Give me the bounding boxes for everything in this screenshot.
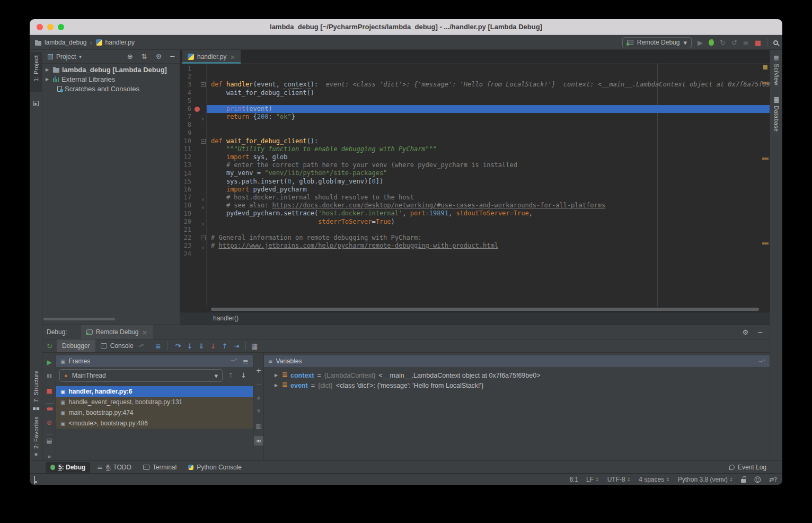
toolwindow-switcher-icon[interactable]	[34, 476, 35, 484]
tree-item-1[interactable]: ▶External Libraries	[42, 74, 180, 84]
layout-settings-icon[interactable]: ≡	[155, 342, 161, 350]
code-line-11[interactable]: """Utility function to enable debugging …	[207, 145, 770, 153]
locate-file-icon[interactable]: ⊕	[127, 53, 133, 60]
code-line-10[interactable]: def wait_for_debug_client():	[207, 137, 770, 145]
tool-stripe-database[interactable]: Database	[773, 97, 780, 132]
pause-program-icon[interactable]: ▮▮	[42, 373, 56, 378]
debug-button[interactable]	[709, 39, 714, 46]
tool-stripe-structure[interactable]: 7: Structure▪▪	[32, 370, 40, 411]
dropped-toolwindow-icon[interactable]	[33, 101, 39, 106]
fold-end-icon[interactable]: ∧	[201, 204, 205, 212]
code-line-9[interactable]	[207, 129, 770, 137]
variables-pin-icon[interactable]: →*	[758, 359, 765, 364]
toolwindow-button-todo[interactable]: ≡6: TODO	[92, 462, 136, 473]
attach-profiler-button[interactable]: ↻	[720, 39, 726, 47]
code-line-17[interactable]: # host.docker.internal should resolve to…	[207, 194, 770, 202]
debug-settings-icon[interactable]: ⚙	[743, 328, 749, 336]
code-line-3[interactable]: def handler(event, context): event: <cla…	[207, 81, 770, 89]
breadcrumb-file[interactable]: handler.py	[105, 39, 135, 46]
fold-end-icon[interactable]: ∧	[201, 220, 205, 228]
run-to-cursor-icon[interactable]: ⇥	[231, 342, 242, 350]
lock-icon[interactable]	[741, 479, 746, 483]
fold-end-icon[interactable]: ∧	[201, 115, 205, 123]
collapse-all-icon[interactable]: ⇅	[142, 53, 147, 60]
code-line-16[interactable]: import pydevd_pycharm	[207, 186, 770, 194]
move-down-icon[interactable]: ▼	[253, 408, 264, 414]
toolwindow-button-pythonconsole[interactable]: Python Console	[183, 462, 246, 473]
debug-session-tab[interactable]: Remote Debug ×	[81, 325, 153, 339]
show-watches-icon[interactable]: ∞	[254, 436, 263, 446]
status-widget-lf[interactable]: LF↕	[586, 476, 599, 483]
next-frame-icon[interactable]: ↓	[241, 371, 246, 379]
step-into-icon[interactable]: ↓	[184, 342, 196, 350]
concurrency-button[interactable]: ≣	[743, 39, 749, 47]
sync-status-icon[interactable]: ⇄?	[769, 476, 777, 483]
breadcrumb-project[interactable]: lambda_debug	[45, 39, 86, 46]
code-line-23[interactable]: # https://www.jetbrains.com/help/pycharm…	[207, 242, 770, 250]
code-line-22[interactable]: # General information on remote debuggin…	[207, 234, 770, 242]
code-line-20[interactable]: stderrToServer=True)	[207, 218, 770, 226]
inspections-indicator[interactable]	[763, 65, 767, 69]
tab-debugger[interactable]: Debugger	[57, 339, 95, 352]
code-line-4[interactable]: wait_for_debug_client()	[207, 89, 770, 97]
expand-arrow-icon[interactable]: ▶	[275, 373, 279, 378]
move-up-icon[interactable]: ▲	[253, 395, 264, 400]
warning-stripe-mark[interactable]	[762, 82, 769, 84]
highlighting-level-icon[interactable]: ☺	[754, 476, 761, 484]
status-widget-61[interactable]: 6:1	[569, 476, 578, 483]
hide-panel-icon[interactable]: ─	[170, 53, 174, 60]
run-configuration-select[interactable]: Remote Debug ▾	[622, 37, 692, 48]
stop-debug-icon[interactable]: ■	[42, 387, 56, 395]
evaluate-expression-icon[interactable]: ▦	[251, 342, 258, 350]
fold-end-icon[interactable]: ∧	[201, 196, 205, 204]
step-over-icon[interactable]: ↷	[172, 342, 184, 350]
code-line-6[interactable]: print(event)	[207, 105, 770, 113]
toolwindow-button-debug[interactable]: 5: Debug	[46, 462, 90, 473]
tab-console[interactable]: › Console →*	[95, 339, 149, 352]
code-line-1[interactable]	[207, 65, 770, 73]
event-log-button[interactable]: Event Log	[729, 464, 766, 471]
code-line-15[interactable]: sys.path.insert(0, glob.glob(my_venv)[0]…	[207, 178, 770, 186]
stop-button[interactable]: ■	[755, 39, 761, 47]
tree-item-2[interactable]: Scratches and Consoles	[42, 84, 180, 93]
fold-collapse-icon[interactable]: −	[201, 82, 206, 87]
tool-stripe-project[interactable]: 1: Project	[30, 52, 42, 92]
panel-settings-icon[interactable]: ⚙	[156, 53, 162, 60]
breakpoint-dot[interactable]	[195, 107, 200, 112]
code-line-5[interactable]	[207, 97, 770, 105]
fold-collapse-icon[interactable]: −	[201, 236, 206, 240]
mute-breakpoints-icon[interactable]: ⊘	[42, 419, 56, 426]
remove-watch-icon[interactable]: −	[253, 381, 264, 388]
status-widget-utf8[interactable]: UTF-8↕	[607, 476, 631, 483]
editor-code-area[interactable]: 123456789101112131415161718192021222324−…	[180, 64, 770, 307]
view-breakpoints-icon[interactable]: ●●	[42, 406, 56, 411]
code-line-13[interactable]: # enter the correct path here to your ve…	[207, 161, 770, 169]
resume-program-icon[interactable]: ▶	[42, 359, 56, 366]
close-session-icon[interactable]: ×	[142, 328, 147, 336]
stack-frame-1[interactable]: ▣handle_event_request, bootstrap.py:131	[56, 397, 253, 407]
editor-horizontal-scrollbar[interactable]	[211, 308, 759, 311]
code-line-19[interactable]: pydevd_pycharm.settrace('host.docker.int…	[207, 210, 770, 217]
expand-arrow-icon[interactable]: ▶	[275, 383, 279, 388]
warning-stripe-mark[interactable]	[762, 158, 769, 160]
tab-handler-py[interactable]: handler.py ×	[182, 50, 241, 64]
status-widget-python38venv[interactable]: Python 3.8 (venv)↕	[678, 476, 734, 483]
code-line-21[interactable]	[207, 226, 770, 234]
tool-stripe-sciview[interactable]: ▦SciView	[773, 54, 780, 85]
code-line-24[interactable]	[207, 250, 770, 258]
hide-debug-panel-icon[interactable]: ─	[758, 328, 762, 336]
variable-row-event[interactable]: ▶event = {dict} <class 'dict'>: {'messag…	[275, 380, 770, 390]
code-line-14[interactable]: my_venv = "venv/lib/python*/site-package…	[207, 169, 770, 177]
tool-stripe-favorites[interactable]: 2: Favorites★	[33, 416, 39, 457]
stack-frame-2[interactable]: ▣main, bootstrap.py:474	[56, 407, 253, 418]
fold-collapse-icon[interactable]: −	[201, 139, 206, 144]
close-tab-icon[interactable]: ×	[230, 53, 235, 61]
code-line-8[interactable]	[207, 121, 770, 129]
frames-pin-icon[interactable]: →*	[231, 358, 237, 365]
thread-selector[interactable]: ● MainThread ▾	[59, 369, 223, 382]
stack-frame-0[interactable]: ▣handler, handler.py:6	[56, 386, 253, 397]
code-line-12[interactable]: import sys, glob	[207, 153, 770, 161]
toolwindow-button-terminal[interactable]: ›Terminal	[138, 462, 181, 473]
run-button[interactable]: ▶	[698, 39, 703, 47]
add-watch-icon[interactable]: +	[253, 367, 264, 374]
